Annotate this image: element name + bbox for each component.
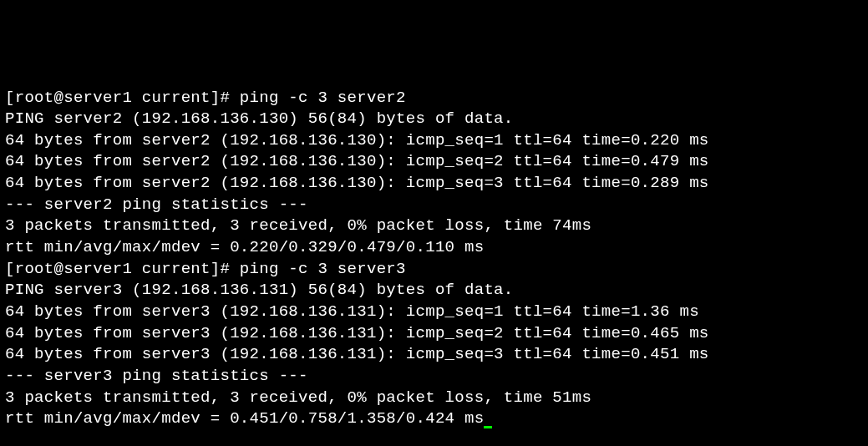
terminal-line: 3 packets transmitted, 3 received, 0% pa… (5, 388, 863, 409)
cursor-icon (484, 426, 492, 428)
terminal-line-with-cursor: rtt min/avg/max/mdev = 0.451/0.758/1.358… (5, 408, 863, 430)
terminal-line: [root@server1 current]# ping -c 3 server… (5, 259, 863, 281)
terminal-line: 3 packets transmitted, 3 received, 0% pa… (5, 215, 863, 237)
terminal-text: rtt min/avg/max/mdev = 0.451/0.758/1.358… (5, 409, 484, 428)
terminal-line: PING server3 (192.168.136.131) 56(84) by… (5, 280, 863, 302)
terminal-line: 64 bytes from server3 (192.168.136.131):… (5, 302, 863, 323)
terminal-line: PING server2 (192.168.136.130) 56(84) by… (5, 109, 863, 130)
terminal-line: 64 bytes from server2 (192.168.136.130):… (5, 173, 863, 195)
terminal-line: 64 bytes from server2 (192.168.136.130):… (5, 151, 863, 173)
terminal-line: --- server2 ping statistics --- (5, 195, 863, 216)
terminal-line: --- server3 ping statistics --- (5, 366, 863, 388)
terminal-line: rtt min/avg/max/mdev = 0.220/0.329/0.479… (5, 237, 863, 259)
terminal-line: 64 bytes from server3 (192.168.136.131):… (5, 323, 863, 345)
terminal-output[interactable]: [root@server1 current]# ping -c 3 server… (5, 88, 863, 430)
terminal-line: 64 bytes from server3 (192.168.136.131):… (5, 344, 863, 366)
terminal-line: [root@server1 current]# ping -c 3 server… (5, 88, 863, 109)
terminal-line: 64 bytes from server2 (192.168.136.130):… (5, 130, 863, 152)
